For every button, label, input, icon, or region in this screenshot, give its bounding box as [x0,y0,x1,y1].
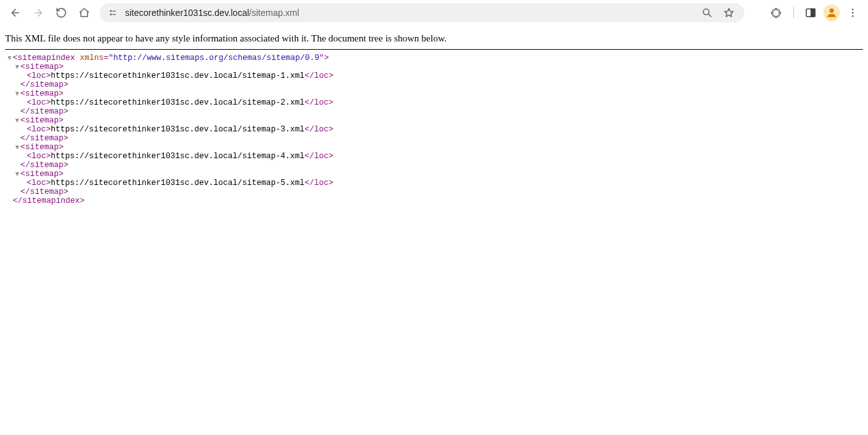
xml-line: ▼<sitemap> [5,143,863,152]
xml-line: </sitemap> [5,107,863,116]
xml-line: ▼<sitemap> [5,116,863,125]
xml-notice: This XML file does not appear to have an… [5,31,863,49]
tree-toggle-icon[interactable]: ▼ [14,89,20,98]
xml-line: </sitemapindex> [5,196,863,205]
svg-point-14 [852,15,854,17]
profile-avatar[interactable] [823,4,840,21]
svg-line-7 [708,14,711,17]
xml-tree: ▼<sitemapindex xmlns="http://www.sitemap… [5,54,863,205]
site-info-icon[interactable] [107,7,119,18]
reload-button[interactable] [51,3,71,23]
url-path: /sitemap.xml [249,8,299,18]
xml-line: ▼<sitemap> [5,170,863,179]
back-button[interactable] [5,3,26,23]
toolbar-right [767,3,863,23]
home-button[interactable] [74,3,94,23]
url-host: sitecorethinker1031sc.dev.local [125,8,249,18]
xml-line: <loc>https://sitecorethinker1031sc.dev.l… [5,71,863,80]
browser-toolbar: sitecorethinker1031sc.dev.local/sitemap.… [0,0,868,26]
svg-point-4 [110,14,112,15]
svg-marker-8 [724,8,733,17]
svg-point-2 [110,11,112,12]
bookmark-star-icon[interactable] [721,5,737,20]
tree-toggle-icon[interactable]: ▼ [14,63,20,71]
xml-line: <loc>https://sitecorethinker1031sc.dev.l… [5,125,863,134]
svg-point-13 [852,12,854,14]
xml-line: </sitemap> [5,188,863,196]
tree-toggle-icon[interactable]: ▼ [14,170,20,179]
xml-line: </sitemap> [5,80,863,89]
side-panel-icon[interactable] [800,3,821,23]
forward-button[interactable] [28,3,49,23]
xml-line: ▼<sitemap> [5,63,863,71]
divider [5,49,863,50]
xml-line: </sitemap> [5,161,863,170]
xml-line: ▼<sitemap> [5,89,863,98]
svg-point-12 [852,8,854,10]
extensions-icon[interactable] [767,3,787,23]
menu-icon[interactable] [842,3,863,23]
address-bar[interactable]: sitecorethinker1031sc.dev.local/sitemap.… [100,3,744,22]
zoom-icon[interactable] [700,5,715,20]
url-text: sitecorethinker1031sc.dev.local/sitemap.… [125,8,299,18]
svg-point-11 [830,8,834,13]
tree-toggle-icon[interactable]: ▼ [6,54,13,63]
xml-line: </sitemap> [5,134,863,143]
svg-point-6 [703,9,709,15]
svg-rect-10 [811,9,815,17]
xml-line: <loc>https://sitecorethinker1031sc.dev.l… [5,152,863,161]
toolbar-separator [793,7,794,18]
tree-toggle-icon[interactable]: ▼ [14,143,20,152]
document-viewport: This XML file does not appear to have an… [0,26,868,210]
xml-line: <loc>https://sitecorethinker1031sc.dev.l… [5,179,863,188]
xml-line: <loc>https://sitecorethinker1031sc.dev.l… [5,98,863,107]
xml-line: ▼<sitemapindex xmlns="http://www.sitemap… [5,54,863,63]
tree-toggle-icon[interactable]: ▼ [14,116,20,125]
